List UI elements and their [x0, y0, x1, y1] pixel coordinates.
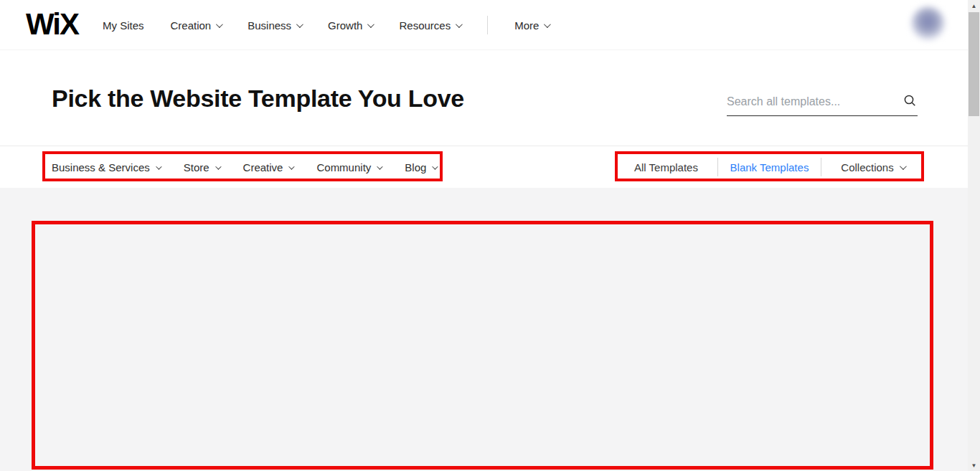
template-card-start-from-scratch[interactable]	[52, 271, 311, 425]
facebook-icon: f	[608, 347, 609, 351]
template-name[interactable]: Classic Layout	[656, 444, 733, 457]
tile-placeholder	[720, 406, 763, 428]
preview-title: I'M A TITLE	[656, 302, 916, 314]
browser-chrome-bar	[52, 271, 311, 280]
preview-caption: I'm a title. Click here to edit me	[698, 395, 875, 399]
preview-header: Site Name Home About Gallery Contact	[354, 280, 613, 291]
chevron-down-icon	[156, 163, 161, 169]
preview-hero: I'm a Title I'M A TITLE. CLICK HERE TO E…	[363, 291, 603, 414]
scrollbar-thumb[interactable]	[969, 12, 979, 116]
browser-dot	[372, 275, 374, 277]
category-store[interactable]: Store	[184, 161, 220, 173]
twitter-icon	[910, 353, 913, 356]
view-nav: All Templates Blank Templates Collection…	[615, 152, 924, 182]
preview-title: I'M A TITLE. CLICK HERE TO EDIT ME	[363, 338, 603, 363]
chevron-down-icon	[900, 163, 907, 170]
tile-placeholder	[811, 406, 854, 428]
nav-growth[interactable]: Growth	[328, 19, 372, 32]
chevron-down-icon	[215, 163, 221, 169]
instagram-icon	[910, 359, 913, 362]
wix-logo[interactable]: WiX	[26, 7, 78, 42]
tab-blank-templates[interactable]: Blank Templates	[717, 158, 821, 176]
tab-all-templates[interactable]: All Templates	[615, 158, 717, 176]
browser-chrome-bar	[656, 271, 916, 280]
preview-site-name: Site Name	[361, 283, 381, 287]
tab-collections[interactable]: Collections	[821, 158, 924, 176]
browser-dot	[366, 275, 369, 277]
chevron-down-icon	[544, 21, 551, 28]
social-icons: f	[606, 346, 611, 362]
category-nav: Business & Services Store Creative Commu…	[52, 146, 436, 189]
instagram-icon	[607, 359, 610, 362]
preview-tiles	[720, 406, 854, 428]
search-input[interactable]	[727, 92, 892, 112]
preview-eyebrow: I'm a Title	[408, 333, 557, 337]
chevron-down-icon	[216, 21, 223, 28]
browser-dot	[674, 275, 677, 277]
nav-business[interactable]: Business	[248, 19, 301, 32]
browser-dot	[70, 275, 72, 277]
mountain-shape	[785, 353, 816, 368]
chevron-down-icon	[456, 21, 463, 28]
nav-creation[interactable]: Creation	[171, 19, 222, 32]
nav-divider	[487, 16, 488, 34]
avatar[interactable]	[911, 6, 945, 40]
browser-dot	[663, 275, 666, 277]
twitter-icon	[607, 353, 610, 356]
preview-nav: Home About Services Gallery Contact	[839, 284, 909, 287]
scroll-down-arrow[interactable]: ▼	[968, 460, 980, 471]
chevron-down-icon	[433, 163, 438, 169]
category-community[interactable]: Community	[316, 161, 381, 173]
tile-placeholder	[765, 406, 809, 428]
category-creative[interactable]: Creative	[243, 161, 293, 173]
preview-contact-button: Contact	[470, 368, 496, 376]
chevron-down-icon	[289, 163, 295, 169]
chevron-down-icon	[367, 21, 374, 28]
browser-dot	[58, 275, 61, 277]
template-card-minimal-layout[interactable]: Site Name Home About Gallery Contact I'm…	[354, 271, 613, 425]
scroll-up-arrow[interactable]: ▲	[968, 0, 980, 11]
image-placeholder: • • •	[710, 317, 862, 389]
carousel-dots: • • •	[740, 380, 831, 384]
search-icon[interactable]	[903, 94, 916, 107]
template-name[interactable]: Minimal Layout	[354, 444, 433, 457]
vertical-scrollbar[interactable]: ▲ ▼	[968, 0, 980, 471]
browser-dot	[360, 275, 363, 277]
page-title: Pick the Website Template You Love	[52, 85, 464, 113]
preview-header: Site Name Home About Services Gallery Co…	[656, 280, 916, 291]
template-card-classic-layout[interactable]: Site Name Home About Services Gallery Co…	[656, 271, 916, 425]
chevron-down-icon	[377, 163, 382, 169]
category-business-services[interactable]: Business & Services	[52, 161, 160, 173]
chevron-down-icon	[296, 21, 303, 28]
preview-nav: Home About Gallery Contact	[554, 284, 606, 287]
nav-resources[interactable]: Resources	[399, 19, 461, 32]
nav-my-sites[interactable]: My Sites	[103, 19, 144, 32]
wix-templates-page: WiX My Sites Creation Business Growth Re…	[0, 0, 980, 471]
template-name[interactable]: Start from Scratch	[52, 444, 147, 457]
category-blog[interactable]: Blog	[405, 161, 436, 173]
browser-chrome-bar	[354, 271, 613, 280]
facebook-icon: f	[910, 347, 912, 351]
mountain-shape	[498, 360, 593, 399]
browser-dot	[64, 275, 67, 277]
filter-band: Business & Services Store Creative Commu…	[0, 146, 968, 188]
nav-more[interactable]: More	[514, 19, 549, 32]
search-field	[727, 90, 918, 116]
section-heading: Blank Website Templates	[52, 234, 223, 250]
top-header: WiX My Sites Creation Business Growth Re…	[0, 0, 968, 50]
main-content: Blank Website Templates Start from Scrat…	[0, 188, 968, 471]
preview-site-name: Site Name	[664, 283, 684, 287]
browser-dot	[669, 275, 672, 277]
sun-shape	[793, 334, 804, 345]
circle-shape	[522, 310, 545, 332]
top-nav: My Sites Creation Business Growth Resour…	[103, 0, 549, 50]
social-icons: f	[908, 346, 914, 362]
